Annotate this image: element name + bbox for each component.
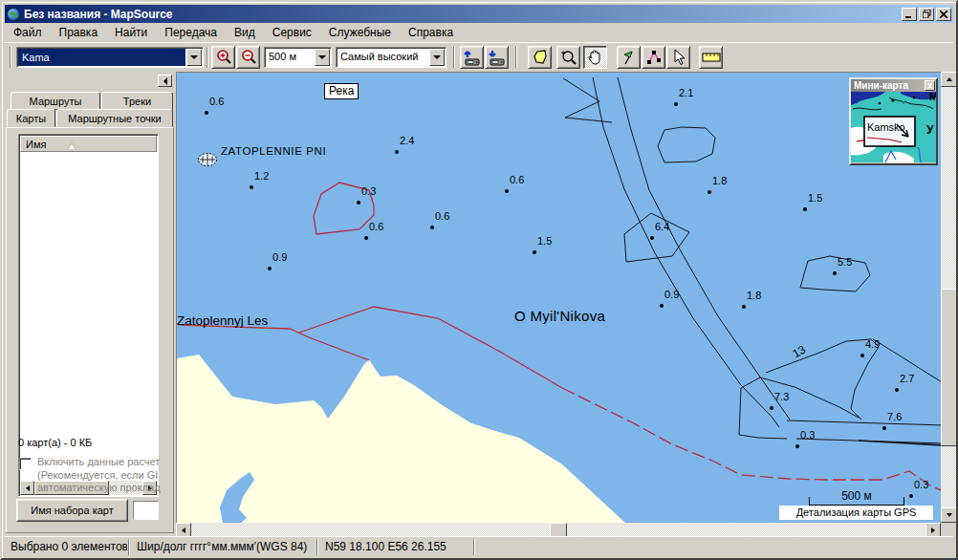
tab-tracks[interactable]: Треки (101, 92, 173, 110)
arrow-left-icon (182, 528, 185, 533)
restore-icon (923, 10, 931, 18)
sounding-value: 0.6 (510, 174, 524, 185)
close-icon (940, 11, 947, 18)
status-bar: Выбрано 0 элементов Шир/долг гггг°мм.ммм… (5, 536, 953, 556)
sounding-dot (660, 304, 664, 308)
minimap-title-bar[interactable]: Мини-карта x (851, 79, 936, 92)
menu-item[interactable]: Вид (226, 24, 264, 41)
minimap-chart: Kamsko У М (851, 92, 936, 162)
river-label-box: Река (324, 83, 359, 99)
sounding-value: 7.3 (774, 391, 789, 402)
sounding-dot (205, 111, 208, 115)
map-product-combobox[interactable]: Kama (16, 47, 204, 68)
sounding-value: 0.3 (800, 429, 815, 441)
menu-item[interactable]: Правка (51, 24, 107, 41)
flag-icon (621, 49, 638, 66)
zoom-out-icon (240, 49, 257, 66)
sounding-value: 0.6 (209, 96, 224, 107)
tab-routes[interactable]: Маршруты (11, 92, 100, 110)
magnifier-icon (560, 49, 577, 66)
minimap-title: Мини-карта (854, 80, 925, 91)
toolbar-separator (207, 47, 208, 68)
map-scale-dropdown-button[interactable] (315, 49, 330, 66)
app-icon (7, 8, 20, 21)
sounding-value: 0.3 (361, 185, 376, 197)
sort-ascending-icon (67, 141, 76, 149)
measure-tool-button[interactable] (699, 46, 723, 69)
gps-detail-label: Детализация карты GPS (779, 506, 933, 520)
sounding-dot (674, 102, 678, 106)
sounding-dot (250, 185, 253, 189)
nautical-chart-graphics (177, 73, 941, 523)
sounding-dot (708, 190, 711, 194)
status-cursor-position: N59 18.100 E56 26.155 (319, 540, 472, 553)
sounding-value: 0.6 (435, 210, 449, 222)
sounding-value: 0.3 (914, 479, 928, 490)
sounding-dot (909, 494, 913, 498)
sounding-dot (533, 250, 536, 254)
map-product-dropdown-button[interactable] (186, 49, 202, 66)
scroll-down-button[interactable] (941, 507, 957, 523)
arrow-right-icon (931, 528, 935, 533)
sounding-dot (833, 271, 837, 275)
status-divider (316, 539, 318, 555)
send-to-device-button[interactable] (460, 46, 484, 69)
zoom-tool-button[interactable] (556, 46, 580, 69)
tab-maps[interactable]: Карты (7, 109, 55, 127)
cursor-arrow-icon (671, 49, 686, 66)
zoom-out-button[interactable] (236, 46, 260, 69)
hand-tool-button[interactable] (583, 46, 607, 69)
sounding-dot (795, 444, 799, 448)
route-data-checkbox-row: Включить данные расчет (Рекомендуется, е… (18, 456, 173, 495)
sounding-dot (742, 305, 746, 309)
minimap-window[interactable]: Мини-карта x (849, 77, 938, 165)
minimap-close-button[interactable]: x (925, 80, 935, 91)
menu-item[interactable]: Найти (106, 24, 156, 41)
scroll-thumb[interactable] (941, 289, 957, 446)
selection-tool-button[interactable] (666, 46, 690, 69)
mapset-name-field[interactable] (133, 501, 159, 520)
sounding-value: 5.5 (838, 256, 852, 268)
map-tool-button[interactable] (528, 46, 552, 69)
menu-item[interactable]: Служебные (320, 24, 400, 41)
route-tool-button[interactable] (642, 46, 665, 69)
window-title: Без названия - MapSource (24, 8, 900, 21)
menu-item[interactable]: Файл (5, 24, 51, 41)
map-vertical-scrollbar[interactable] (941, 72, 957, 523)
map-scale-combobox[interactable]: 500 м (264, 47, 332, 68)
waypoint-tool-button[interactable] (617, 46, 641, 69)
map-canvas[interactable]: Река ZATOPLENNIE PNIZatoplennyj LesO Myi… (176, 72, 941, 523)
minimize-button[interactable] (902, 8, 917, 21)
mapset-name-button[interactable]: Имя набора карт (16, 499, 128, 522)
receive-from-device-button[interactable] (485, 46, 509, 69)
restore-button[interactable] (919, 8, 934, 21)
map-label: Zatoplennyj Les (177, 313, 268, 328)
list-header-label: Имя (26, 139, 46, 150)
menu-item[interactable]: Передача (156, 24, 226, 41)
menu-item[interactable]: Сервис (264, 24, 320, 41)
svg-text:М: М (929, 92, 936, 102)
scroll-up-button[interactable] (941, 72, 957, 87)
sounding-value: 0.9 (664, 289, 679, 300)
title-bar: Без названия - MapSource (5, 5, 953, 23)
toolbar-separator (453, 47, 455, 68)
tab-waypoints[interactable]: Маршрутные точки (56, 109, 173, 127)
detail-level-combobox[interactable]: Самый высокий (336, 47, 446, 68)
zoom-in-icon (215, 49, 232, 66)
sounding-value: 4.9 (865, 338, 880, 350)
map-product-value: Kama (18, 49, 185, 66)
detail-level-dropdown-button[interactable] (429, 49, 445, 66)
hand-icon (587, 49, 603, 66)
zoom-in-button[interactable] (211, 46, 235, 69)
list-header-name[interactable]: Имя (20, 136, 157, 152)
arrow-up-icon (947, 77, 952, 81)
sounding-dot (505, 189, 509, 193)
sidebar: Маршруты Треки Карты Маршрутные точки Им… (5, 72, 175, 534)
menu-item[interactable]: Справка (400, 24, 462, 41)
close-button[interactable] (936, 8, 951, 21)
sounding-value: 1.5 (537, 235, 552, 247)
mapsource-window: Без названия - MapSource ФайлПравкаНайти… (0, 0, 958, 560)
svg-text:У: У (926, 123, 934, 137)
sidebar-collapse-button[interactable] (158, 75, 172, 87)
route-data-checkbox[interactable] (19, 458, 32, 470)
